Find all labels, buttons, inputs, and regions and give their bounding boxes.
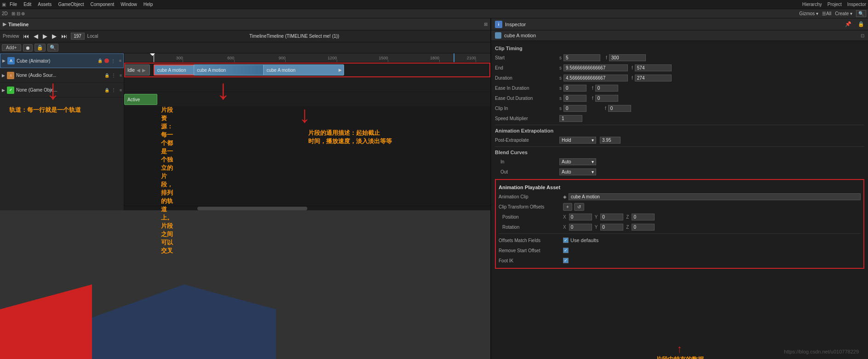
duration-s-input[interactable] (563, 75, 628, 81)
asset-expand[interactable]: ⊡ (861, 33, 864, 38)
record-btn[interactable]: ⏺ (23, 44, 33, 52)
tracks-content: Idle ◀ ▶ cube A motion ▶ cube A motion (124, 63, 490, 206)
blend-out-select[interactable]: Auto ▾ (559, 168, 596, 175)
menu-assets[interactable]: Assets (35, 2, 54, 7)
ease-out-f-input[interactable] (595, 95, 618, 102)
clip-cube-motion-3[interactable]: cube A motion ▶ (263, 64, 344, 75)
search-btn[interactable]: 🔍 (47, 44, 58, 52)
prev-fwd-btn[interactable]: ▶ (51, 33, 57, 40)
clip-in-s-input[interactable] (563, 105, 586, 112)
gameobj-menu[interactable]: ⋮ (111, 87, 116, 93)
anim-clip-dropdown[interactable]: cube A motion (569, 193, 861, 200)
speed-input[interactable] (559, 115, 582, 122)
prev-back-btn[interactable]: ◀ (33, 33, 39, 40)
prev-end-btn[interactable]: ⏭ (60, 33, 68, 40)
gameobj-lock[interactable]: 🔒 (104, 88, 109, 93)
rot-x-input[interactable] (569, 224, 592, 231)
track-label-audio[interactable]: ▶ ♫ None (Audio Sour... 🔒 ⋮ ≡ (0, 68, 124, 83)
track-expand-animator[interactable]: ▶ (2, 58, 6, 63)
anim-extrap-label: Animation Extrapolation (495, 128, 864, 133)
ruler-600: 600 (227, 56, 234, 60)
dur-s-unit: s (559, 75, 562, 81)
transform-add-btn[interactable]: + (563, 203, 572, 211)
pos-x-input[interactable] (569, 214, 592, 220)
ease-in-s-input[interactable] (563, 85, 586, 92)
prop-remove-start: Remove Start Offset (499, 246, 861, 255)
frame-num[interactable]: 197 (71, 33, 85, 40)
prev-start-btn[interactable]: ⏮ (22, 33, 30, 40)
prop-position: Position X Y Z (499, 212, 861, 221)
play-btn[interactable]: ▶ (42, 33, 48, 40)
end-s-unit: s (559, 65, 562, 70)
clip-idle[interactable]: Idle ◀ ▶ (124, 64, 150, 75)
pos-z-input[interactable] (632, 214, 655, 220)
foot-ik-checkbox[interactable] (563, 258, 569, 263)
ease-out-f-unit: f (592, 96, 593, 101)
post-extrap-label: Post-Extrapolate (495, 138, 559, 143)
post-extrap-select[interactable]: Hold ▾ (559, 137, 596, 144)
animator-menu[interactable]: ⋮ (111, 58, 115, 64)
inspector-lock[interactable]: 🔒 (858, 21, 864, 27)
menu-edit[interactable]: Edit (21, 2, 34, 7)
search-input-top[interactable]: 🔍 (856, 10, 866, 17)
all-btn[interactable]: ☰All (822, 11, 831, 16)
prop-clip-in: Clip In s f (495, 104, 864, 113)
inspector-pin[interactable]: 📌 (845, 21, 851, 27)
prop-clip-transform: Clip Transform Offsets + ↺ (499, 202, 861, 211)
project-label: Project (828, 2, 842, 7)
create-btn[interactable]: Create ▾ (835, 11, 852, 16)
menu-component[interactable]: Component (88, 2, 117, 7)
blend-in-select[interactable]: Auto ▾ (559, 158, 596, 165)
animator-record[interactable] (104, 58, 109, 63)
menu-gameobject[interactable]: GameObject (55, 2, 86, 7)
ease-out-s-input[interactable] (563, 95, 586, 102)
prop-rotation: Rotation X Y Z (499, 222, 861, 232)
h-scrollbar-thumb[interactable] (197, 207, 307, 210)
track-expand-gameobj[interactable]: ▶ (2, 88, 5, 93)
animator-track-row[interactable]: Idle ◀ ▶ cube A motion ▶ cube A motion (124, 63, 490, 77)
audio-menu[interactable]: ⋮ (111, 73, 116, 78)
timeline-collapse[interactable]: ▶ (3, 21, 6, 27)
timeline-ruler[interactable]: 300 600 900 1200 1500 1800 2100 (124, 53, 490, 63)
prop-speed: Speed Multiplier (495, 114, 864, 123)
ease-in-f-input[interactable] (595, 85, 618, 92)
animator-track-name: Cube (Animator) (17, 58, 96, 64)
pos-y-input[interactable] (600, 214, 623, 220)
menu-file[interactable]: File (7, 2, 20, 7)
end-f-unit: f (632, 65, 633, 70)
post-extrap-num-input[interactable] (600, 137, 621, 144)
toolbar-2d[interactable]: 2D (2, 11, 8, 16)
menu-help[interactable]: Help (141, 2, 156, 7)
gameobj-track-row[interactable]: Active (124, 92, 490, 107)
end-f-input[interactable] (635, 64, 672, 71)
add-button[interactable]: Add+ (2, 44, 21, 51)
h-scrollbar[interactable] (124, 206, 490, 210)
rot-y-input[interactable] (600, 224, 623, 231)
duration-f-input[interactable] (635, 75, 672, 81)
transform-refresh-btn[interactable]: ↺ (574, 203, 584, 211)
track-label-animator[interactable]: ▶ A Cube (Animator) 🔒 ⋮ ≡ (0, 53, 124, 68)
use-defaults-checkbox[interactable] (563, 237, 569, 243)
clip-in-f-input[interactable] (608, 105, 631, 112)
clip-active[interactable]: Active (124, 94, 157, 105)
animator-lock[interactable]: 🔒 (98, 58, 103, 63)
menu-window[interactable]: Window (118, 2, 140, 7)
end-s-input[interactable] (563, 64, 628, 71)
ease-out-s-unit: s (559, 96, 562, 101)
ruler-1800: 1800 (430, 56, 439, 60)
rot-z-input[interactable] (632, 224, 655, 231)
gizmos-btn[interactable]: Gizmos ▾ (799, 11, 818, 16)
audio-lock[interactable]: 🔒 (104, 73, 109, 78)
playhead[interactable] (154, 53, 154, 62)
start-s-input[interactable] (563, 54, 600, 61)
lock-btn[interactable]: 🔒 (34, 44, 46, 52)
timeline-resize-up[interactable]: ⊠ (484, 22, 488, 27)
track-label-gameobj[interactable]: ▶ ✓ None (Game Obje... 🔒 ⋮ ≡ (0, 83, 124, 98)
remove-start-checkbox[interactable] (563, 248, 569, 253)
start-f-input[interactable] (609, 54, 646, 61)
use-defaults-field: Use defaults (563, 237, 598, 243)
track-expand-audio[interactable]: ▶ (2, 73, 5, 78)
divider-2 (495, 146, 864, 147)
clip-cube-motion-2[interactable]: cube A motion (194, 64, 274, 75)
speed-label: Speed Multiplier (495, 116, 559, 121)
